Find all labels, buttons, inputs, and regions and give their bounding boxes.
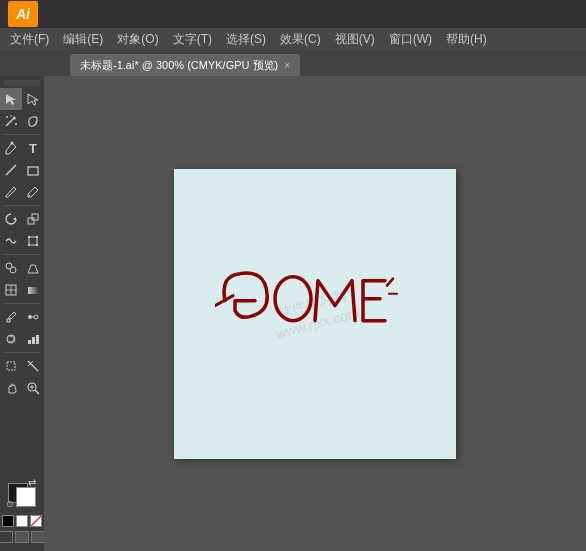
svg-point-7 <box>11 142 14 145</box>
shape-builder-tool[interactable] <box>0 257 22 279</box>
svg-rect-12 <box>28 218 34 224</box>
rotate-tool[interactable] <box>0 208 22 230</box>
screen-mode-row <box>0 531 44 543</box>
svg-point-5 <box>15 123 17 125</box>
symbol-tool[interactable] <box>0 328 22 350</box>
paintbrush-tool[interactable] <box>0 181 22 203</box>
full-screen-mode[interactable] <box>31 531 44 543</box>
blend-tool[interactable] <box>22 306 44 328</box>
svg-rect-14 <box>29 237 37 245</box>
svg-rect-31 <box>28 340 31 344</box>
select-tool[interactable] <box>0 88 22 110</box>
pencil-tool[interactable] <box>22 181 44 203</box>
sep-2 <box>4 205 40 206</box>
white-swatch[interactable] <box>16 515 28 527</box>
line-rect-row <box>0 159 44 181</box>
menu-window[interactable]: 窗口(W) <box>383 29 438 50</box>
sep-1 <box>4 134 40 135</box>
svg-point-4 <box>6 116 8 118</box>
color-section: ⇄ ⊙ <box>0 473 44 547</box>
none-swatch[interactable] <box>30 515 42 527</box>
ai-logo: Ai <box>8 1 38 27</box>
svg-rect-32 <box>32 337 35 344</box>
svg-rect-33 <box>36 335 39 344</box>
black-swatch[interactable] <box>2 515 14 527</box>
line-tool[interactable] <box>0 159 22 181</box>
tab-bar: 未标题-1.ai* @ 300% (CMYK/GPU 预览) × <box>0 50 586 76</box>
menu-bar: 文件(F) 编辑(E) 对象(O) 文字(T) 选择(S) 效果(C) 视图(V… <box>0 28 586 50</box>
svg-point-27 <box>28 315 32 319</box>
svg-line-8 <box>6 165 16 175</box>
svg-rect-18 <box>36 244 38 246</box>
pen-tool[interactable] <box>0 137 22 159</box>
normal-screen-mode[interactable] <box>0 531 13 543</box>
reset-colors-icon[interactable]: ⊙ <box>6 499 16 509</box>
svg-marker-21 <box>28 265 38 273</box>
menu-edit[interactable]: 编辑(E) <box>57 29 109 50</box>
full-screen-mode-menu[interactable] <box>15 531 29 543</box>
menu-file[interactable]: 文件(F) <box>4 29 55 50</box>
svg-rect-34 <box>7 362 15 370</box>
svg-rect-15 <box>28 236 30 238</box>
svg-rect-13 <box>32 214 38 220</box>
swap-colors-icon[interactable]: ⇄ <box>28 477 38 487</box>
ruler-indicator <box>4 80 40 86</box>
artboard: 软件学习网 www.rjxx.com <box>174 169 456 459</box>
eyedropper-blend-row <box>0 306 44 328</box>
svg-point-20 <box>10 267 16 273</box>
color-boxes: ⇄ ⊙ <box>6 477 38 509</box>
warp-transform-row <box>0 230 44 252</box>
zoom-tool[interactable] <box>22 377 44 399</box>
document-tab[interactable]: 未标题-1.ai* @ 300% (CMYK/GPU 预览) × <box>70 54 300 76</box>
svg-rect-25 <box>28 287 38 294</box>
rotate-scale-row <box>0 208 44 230</box>
mesh-gradient-row <box>0 279 44 301</box>
background-color-box[interactable] <box>16 487 36 507</box>
menu-select[interactable]: 选择(S) <box>220 29 272 50</box>
svg-line-2 <box>6 118 14 126</box>
menu-view[interactable]: 视图(V) <box>329 29 381 50</box>
tab-label: 未标题-1.ai* @ 300% (CMYK/GPU 预览) <box>80 58 278 73</box>
hand-tool[interactable] <box>0 377 22 399</box>
perspective-tool[interactable] <box>22 257 44 279</box>
symbol-graph-row <box>0 328 44 350</box>
rect-tool[interactable] <box>22 159 44 181</box>
svg-point-28 <box>34 315 38 319</box>
eyedropper-tool[interactable] <box>0 306 22 328</box>
pen-type-row: T <box>0 137 44 159</box>
svg-point-42 <box>275 276 311 320</box>
shape-perspective-row <box>0 257 44 279</box>
direct-select-tool[interactable] <box>22 88 44 110</box>
slice-tool[interactable] <box>22 355 44 377</box>
svg-line-35 <box>28 361 38 371</box>
sep-3 <box>4 254 40 255</box>
svg-rect-26 <box>7 319 10 322</box>
color-swatches-row <box>2 515 42 527</box>
column-graph-tool[interactable] <box>22 328 44 350</box>
menu-help[interactable]: 帮助(H) <box>440 29 493 50</box>
scale-tool[interactable] <box>22 208 44 230</box>
menu-text[interactable]: 文字(T) <box>167 29 218 50</box>
gradient-tool[interactable] <box>22 279 44 301</box>
mesh-tool[interactable] <box>0 279 22 301</box>
lasso-tool[interactable] <box>22 110 44 132</box>
handwriting-text <box>215 265 415 358</box>
artboard-tool[interactable] <box>0 355 22 377</box>
magic-wand-tool[interactable] <box>0 110 22 132</box>
svg-rect-16 <box>36 236 38 238</box>
tab-close-button[interactable]: × <box>284 60 290 71</box>
warp-tool[interactable] <box>0 230 22 252</box>
svg-rect-17 <box>28 244 30 246</box>
sep-4 <box>4 303 40 304</box>
menu-effect[interactable]: 效果(C) <box>274 29 327 50</box>
type-tool[interactable]: T <box>22 137 44 159</box>
svg-rect-9 <box>28 167 38 175</box>
menu-object[interactable]: 对象(O) <box>111 29 164 50</box>
select-tools-row <box>0 88 44 110</box>
free-transform-tool[interactable] <box>22 230 44 252</box>
toolbar: T <box>0 76 44 551</box>
artboard-slice-row <box>0 355 44 377</box>
wand-lasso-row <box>0 110 44 132</box>
title-bar: Ai <box>0 0 586 28</box>
canvas-area: 软件学习网 www.rjxx.com <box>44 76 586 551</box>
